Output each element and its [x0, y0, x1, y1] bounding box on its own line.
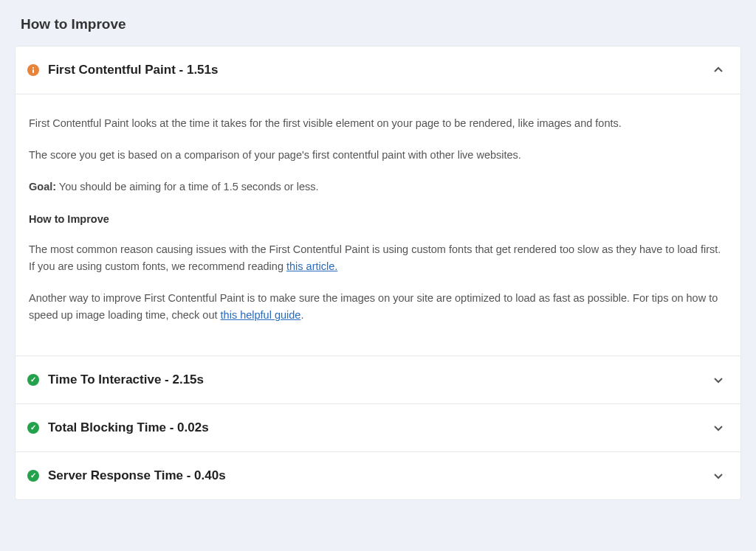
chevron-down-icon [711, 468, 726, 483]
accordion-header-tti[interactable]: Time To Interactive - 2.15s [16, 356, 740, 403]
info-icon [27, 64, 39, 76]
goal-text: You should be aiming for a time of 1.5 s… [56, 181, 318, 193]
accordion: First Contentful Paint - 1.51s First Con… [15, 46, 741, 500]
check-icon [27, 422, 39, 434]
chevron-up-icon [711, 63, 726, 77]
fcp-paragraph-4: Another way to improve First Contentful … [29, 290, 727, 324]
accordion-header-srt[interactable]: Server Response Time - 0.40s [16, 452, 740, 499]
svg-rect-1 [32, 69, 34, 73]
accordion-header-fcp[interactable]: First Contentful Paint - 1.51s [16, 46, 740, 94]
fcp-paragraph-2: The score you get is based on a comparis… [29, 147, 727, 164]
svg-point-0 [32, 67, 34, 69]
check-icon [27, 374, 39, 386]
fcp-sub-heading: How to Improve [29, 211, 727, 228]
fcp-p4-text-a: Another way to improve First Contentful … [29, 292, 718, 321]
fcp-goal: Goal: You should be aiming for a time of… [29, 179, 727, 195]
accordion-title: Time To Interactive - 2.15s [48, 372, 711, 387]
accordion-title: Total Blocking Time - 0.02s [48, 420, 711, 435]
goal-label: Goal: [29, 181, 56, 193]
accordion-item-fcp: First Contentful Paint - 1.51s First Con… [16, 46, 740, 356]
accordion-item-tti: Time To Interactive - 2.15s [16, 356, 740, 403]
accordion-header-tbt[interactable]: Total Blocking Time - 0.02s [16, 404, 740, 451]
fcp-paragraph-1: First Contentful Paint looks at the time… [29, 115, 727, 132]
accordion-body-fcp: First Contentful Paint looks at the time… [16, 94, 740, 356]
chevron-down-icon [711, 420, 726, 435]
fcp-p4-text-b: . [300, 309, 303, 321]
fcp-article-link[interactable]: this article. [286, 260, 337, 272]
accordion-item-srt: Server Response Time - 0.40s [16, 451, 740, 499]
accordion-item-tbt: Total Blocking Time - 0.02s [16, 403, 740, 451]
accordion-title: Server Response Time - 0.40s [48, 468, 711, 483]
accordion-title: First Contentful Paint - 1.51s [48, 63, 711, 77]
fcp-guide-link[interactable]: this helpful guide [221, 309, 301, 321]
check-icon [27, 470, 39, 482]
chevron-down-icon [711, 372, 726, 387]
fcp-p3-text: The most common reason causing issues wi… [29, 243, 721, 272]
fcp-paragraph-3: The most common reason causing issues wi… [29, 241, 727, 275]
section-title: How to Improve [15, 0, 741, 46]
